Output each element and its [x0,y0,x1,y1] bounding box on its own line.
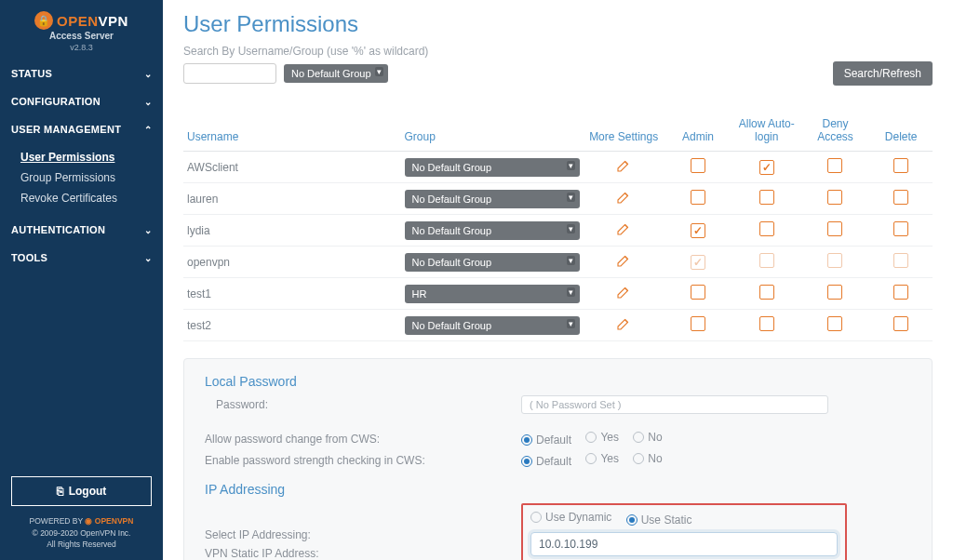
delete-checkbox[interactable] [893,190,908,205]
ip-static-radio[interactable]: Use Static [626,513,692,527]
user-details-panel: Local Password Password: ( No Password S… [183,358,933,560]
autologin-checkbox [759,253,774,268]
nav: STATUS⌄ CONFIGURATION⌄ USER MANAGEMENT⌃ … [0,60,163,463]
delete-checkbox [893,253,908,268]
nav-group-permissions[interactable]: Group Permissions [20,167,163,188]
admin-checkbox[interactable] [691,223,705,238]
deny-checkbox[interactable] [827,158,842,173]
table-row: test1HR [183,278,933,310]
delete-checkbox[interactable] [893,221,908,236]
ip-addressing-heading: IP Addressing [205,482,911,497]
chevron-down-icon: ⌄ [144,225,152,235]
brand-version: v2.8.3 [9,43,154,52]
pw-strength-no[interactable]: No [633,452,662,465]
deny-checkbox[interactable] [827,316,842,331]
col-admin: Admin [664,112,732,152]
admin-checkbox[interactable] [691,190,705,205]
local-password-heading: Local Password [205,374,911,389]
select-ip-label: Select IP Addressing: [205,528,521,541]
group-select[interactable]: No Default Group [405,253,581,272]
group-select[interactable]: No Default Group [405,221,581,240]
col-more: More Settings [584,112,664,152]
table-row: laurenNo Default Group [183,183,933,215]
username-cell: test1 [183,278,401,310]
admin-checkbox[interactable] [691,316,705,331]
col-username: Username [183,112,401,152]
admin-checkbox[interactable] [691,285,705,300]
delete-checkbox[interactable] [893,316,908,331]
admin-checkbox [691,255,705,270]
group-filter-select[interactable]: No Default Group [284,64,388,83]
nav-user-management[interactable]: USER MANAGEMENT⌃ [0,115,163,143]
col-group: Group [401,112,584,152]
autologin-checkbox[interactable] [759,285,774,300]
pw-strength-default[interactable]: Default [521,455,571,468]
username-cell: openvpn [183,247,401,278]
username-cell: lydia [183,215,401,247]
nav-user-permissions[interactable]: User Permissions [20,147,163,167]
chevron-down-icon: ⌄ [144,69,152,79]
group-select[interactable]: No Default Group [405,316,581,335]
nav-status[interactable]: STATUS⌄ [0,60,163,87]
deny-checkbox[interactable] [827,221,842,236]
pw-change-no[interactable]: No [633,431,662,444]
ip-highlight: Use Dynamic Use Static [521,503,847,560]
ip-dynamic-radio[interactable]: Use Dynamic [530,511,611,524]
search-refresh-button[interactable]: Search/Refresh [833,61,933,86]
main-content: User Permissions Search By Username/Grou… [163,0,953,560]
autologin-checkbox[interactable] [759,221,774,236]
pw-strength-label: Enable password strength checking in CWS… [205,454,521,467]
search-input[interactable] [183,63,276,84]
openvpn-icon: 🔒 [34,11,53,30]
nav-user-management-sub: User Permissions Group Permissions Revok… [0,143,163,216]
edit-icon[interactable] [615,189,632,206]
edit-icon[interactable] [615,284,632,300]
group-select[interactable]: HR [405,285,581,303]
nav-authentication[interactable]: AUTHENTICATION⌄ [0,216,163,244]
chevron-down-icon: ⌄ [144,253,152,263]
delete-checkbox[interactable] [893,285,908,300]
logout-button[interactable]: ⎘ Logout [11,476,152,506]
group-select[interactable]: No Default Group [405,190,581,208]
col-delete: Delete [869,112,933,152]
static-ip-input[interactable] [530,532,838,556]
col-deny: Deny Access [801,112,870,152]
deny-checkbox[interactable] [827,190,842,205]
username-cell: test2 [183,310,401,341]
autologin-checkbox[interactable] [759,160,774,175]
chevron-up-icon: ⌃ [144,125,152,135]
password-field[interactable]: ( No Password Set ) [521,395,828,414]
chevron-down-icon: ⌄ [144,97,152,107]
pw-strength-yes[interactable]: Yes [585,452,619,465]
delete-checkbox[interactable] [893,158,908,173]
pw-change-yes[interactable]: Yes [585,431,619,444]
page-title: User Permissions [183,11,933,37]
pw-change-default[interactable]: Default [521,433,571,447]
table-row: test2No Default Group [183,310,933,341]
brand-logo: 🔒 OPENVPN Access Server v2.8.3 [0,0,163,60]
edit-icon[interactable] [615,220,632,237]
deny-checkbox [827,253,842,268]
nav-tools[interactable]: TOOLS⌄ [0,244,163,272]
edit-icon[interactable] [615,157,632,174]
group-select[interactable]: No Default Group [405,158,581,177]
password-label: Password: [205,398,521,411]
admin-checkbox[interactable] [691,158,705,173]
edit-icon[interactable] [615,252,632,269]
nav-revoke-certs[interactable]: Revoke Certificates [20,188,163,208]
search-label: Search By Username/Group (use '%' as wil… [183,45,933,58]
autologin-checkbox[interactable] [759,190,774,205]
nav-configuration[interactable]: CONFIGURATION⌄ [0,87,163,115]
deny-checkbox[interactable] [827,285,842,300]
allow-pw-change-label: Allow password change from CWS: [205,433,521,446]
username-cell: AWSclient [183,152,401,183]
edit-icon[interactable] [615,315,632,332]
users-table: Username Group More Settings Admin Allow… [183,112,933,341]
table-row: openvpnNo Default Group [183,247,933,278]
table-row: AWSclientNo Default Group [183,152,933,183]
brand-sub: Access Server [9,31,154,41]
table-row: lydiaNo Default Group [183,215,933,247]
sidebar-footer: POWERED BY ◉ OPENVPN © 2009-2020 OpenVPN… [0,515,163,560]
col-autologin: Allow Auto-login [732,112,801,152]
autologin-checkbox[interactable] [759,316,774,331]
